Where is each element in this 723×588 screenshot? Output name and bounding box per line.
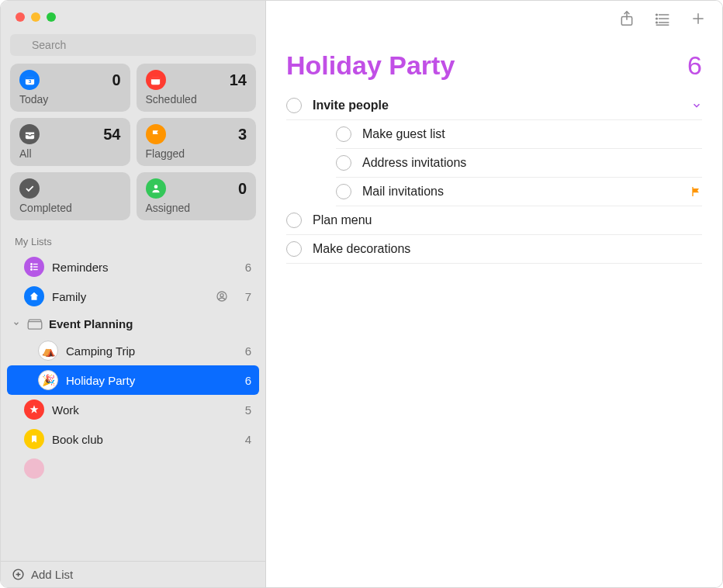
smart-list-completed[interactable]: Completed [10, 172, 130, 220]
svg-point-26 [656, 18, 658, 19]
calendar-today-icon: 3 [19, 70, 40, 90]
calendar-icon [146, 70, 166, 90]
party-emoji-icon: 🎉 [38, 370, 58, 390]
list-label: Family [52, 290, 208, 303]
smart-list-flagged[interactable]: 3 Flagged [137, 118, 257, 166]
flag-icon [690, 185, 702, 198]
smart-label: Assigned [146, 202, 247, 214]
completion-radio[interactable] [336, 155, 351, 171]
list-count: 7 [239, 290, 251, 303]
reminder-item[interactable]: Plan menu [286, 206, 702, 235]
svg-point-25 [656, 14, 658, 16]
checkmark-icon [19, 178, 40, 199]
plus-circle-icon [12, 568, 25, 581]
chevron-down-icon [12, 320, 21, 327]
tray-icon [19, 124, 40, 144]
list-label: Book club [52, 433, 231, 446]
svg-point-12 [31, 269, 33, 271]
list-count: 6 [239, 261, 251, 274]
completion-radio[interactable] [286, 241, 302, 257]
bookmark-icon [24, 429, 44, 449]
svg-rect-17 [28, 322, 42, 330]
list-label: Reminders [52, 261, 231, 274]
svg-point-27 [656, 22, 658, 23]
search-input[interactable] [10, 34, 256, 56]
toolbar [266, 1, 722, 33]
house-icon [24, 286, 44, 306]
smart-count: 3 [238, 126, 247, 144]
view-options-button[interactable] [654, 10, 671, 27]
smart-label: Flagged [146, 147, 247, 160]
tent-emoji-icon: ⛺ [38, 341, 58, 361]
reminder-title: Plan menu [313, 213, 702, 227]
svg-point-8 [31, 264, 33, 265]
reminder-subitem[interactable]: Address invitations [336, 149, 702, 178]
list-total-count: 6 [687, 50, 702, 81]
folder-icon [26, 316, 44, 331]
list-family[interactable]: Family 7 [7, 282, 259, 311]
list-camping-trip[interactable]: ⛺ Camping Trip 6 [7, 336, 259, 365]
smart-list-today[interactable]: 3 0 Today [10, 64, 130, 112]
reminder-item[interactable]: Invite people [286, 92, 702, 120]
list-count: 5 [239, 403, 251, 417]
smart-count: 54 [103, 126, 120, 144]
list-work[interactable]: Work 5 [7, 395, 259, 424]
completion-radio[interactable] [336, 184, 351, 199]
smart-label: All [19, 147, 121, 160]
minimize-window-button[interactable] [31, 12, 40, 22]
list-label: Work [52, 403, 231, 417]
list-icon [24, 458, 44, 479]
completion-radio[interactable] [286, 98, 302, 113]
star-icon [24, 399, 44, 420]
svg-text:3: 3 [28, 78, 31, 84]
list-count: 6 [239, 374, 251, 387]
list-label: Camping Trip [66, 344, 231, 358]
list-bullet-icon [24, 257, 44, 277]
list-label: Holiday Party [66, 374, 231, 387]
smart-list-scheduled[interactable]: 14 Scheduled [137, 64, 257, 112]
list-item[interactable] [7, 454, 259, 483]
chevron-down-icon[interactable] [691, 100, 702, 111]
reminder-subitem[interactable]: Mail invitations [336, 178, 702, 206]
share-button[interactable] [618, 10, 635, 27]
fullscreen-window-button[interactable] [47, 12, 56, 22]
reminder-title: Invite people [313, 99, 680, 112]
list-count: 4 [239, 433, 251, 446]
shared-icon [216, 290, 228, 303]
svg-point-10 [31, 266, 33, 268]
svg-rect-6 [151, 77, 160, 79]
reminder-title: Make decorations [313, 242, 702, 256]
smart-list-all[interactable]: 54 All [10, 118, 130, 166]
smart-count: 14 [230, 71, 247, 89]
close-window-button[interactable] [16, 12, 25, 22]
list-holiday-party[interactable]: 🎉 Holiday Party 6 [7, 365, 259, 395]
smart-list-assigned[interactable]: 0 Assigned [137, 172, 257, 220]
reminder-title: Address invitations [362, 156, 702, 170]
list-count: 6 [239, 344, 251, 358]
completion-radio[interactable] [286, 213, 302, 228]
completion-radio[interactable] [336, 126, 351, 142]
add-reminder-button[interactable] [690, 10, 707, 27]
reminder-subitem[interactable]: Make guest list [336, 120, 702, 149]
smart-label: Completed [19, 202, 121, 214]
list-title: Holiday Party [286, 50, 455, 81]
add-list-button[interactable]: Add List [1, 561, 265, 587]
svg-point-15 [220, 294, 223, 297]
smart-count: 0 [112, 71, 120, 89]
group-label: Event Planning [49, 317, 133, 330]
add-list-label: Add List [31, 568, 73, 581]
reminder-item[interactable]: Make decorations [286, 235, 702, 264]
list-reminders[interactable]: Reminders 6 [7, 252, 259, 282]
reminder-title: Mail invitations [362, 185, 679, 199]
window-controls [1, 1, 265, 29]
smart-count: 0 [238, 180, 247, 198]
group-event-planning[interactable]: Event Planning [7, 311, 259, 336]
smart-label: Today [19, 93, 121, 105]
reminder-title: Make guest list [362, 127, 702, 141]
smart-label: Scheduled [146, 93, 247, 105]
section-title-my-lists: My Lists [1, 223, 265, 251]
sidebar: 3 0 Today 14 Scheduled [1, 1, 266, 587]
list-book-club[interactable]: Book club 4 [7, 424, 259, 454]
svg-point-7 [154, 185, 157, 189]
person-icon [146, 178, 166, 199]
